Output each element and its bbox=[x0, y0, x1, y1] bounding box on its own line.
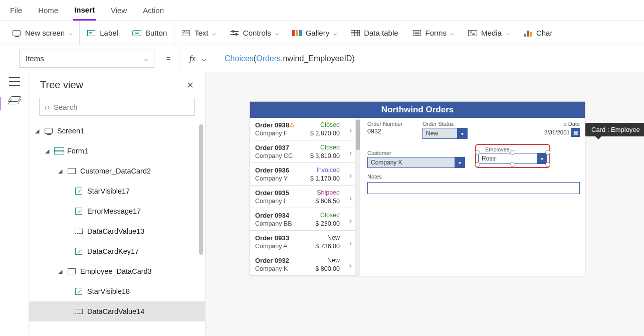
order-status: Closed bbox=[320, 121, 340, 128]
resize-handle[interactable] bbox=[475, 150, 480, 155]
property-dropdown[interactable]: Items ⌵ bbox=[19, 50, 154, 68]
order-row[interactable]: Order 0935Company IShipped$ 606.50› bbox=[250, 186, 355, 208]
chevron-down-icon: ▾ bbox=[455, 157, 465, 167]
tree-node-employee-card[interactable]: ◢ Employee_DataCard3 bbox=[29, 261, 205, 281]
menu-home[interactable]: Home bbox=[37, 1, 59, 20]
insert-media-label: Media bbox=[481, 29, 502, 37]
order-row[interactable]: Order 0933Company ANew$ 736.00› bbox=[250, 231, 355, 253]
chevron-down-icon: ⌵ bbox=[69, 30, 72, 37]
notes-input[interactable] bbox=[367, 182, 580, 194]
app-preview: Northwind Orders Order 0938⚠Company FClo… bbox=[250, 101, 585, 276]
paid-date-label: id Date bbox=[544, 121, 580, 127]
order-number-label: Order Number bbox=[367, 121, 412, 127]
resize-handle[interactable] bbox=[510, 162, 515, 167]
insert-media-button[interactable]: Media ⌵ bbox=[461, 21, 516, 45]
menu-bar: File Home Insert View Action bbox=[0, 0, 644, 21]
resize-handle[interactable] bbox=[510, 150, 515, 155]
tree-view-icon[interactable] bbox=[10, 96, 20, 104]
tree-node-customer-card[interactable]: ◢ Customer_DataCard2 bbox=[29, 161, 205, 181]
order-status-dropdown[interactable]: New ▾ bbox=[422, 128, 468, 139]
insert-gallery-button[interactable]: Gallery ⌵ bbox=[286, 21, 344, 45]
tree-node-datacardvalue14[interactable]: DataCardValue14 bbox=[29, 301, 205, 321]
caret-icon: ◢ bbox=[58, 168, 63, 175]
hamburger-icon[interactable] bbox=[9, 77, 20, 86]
paid-date-input[interactable]: 2/31/2001 ▦ bbox=[544, 128, 580, 137]
left-rail bbox=[0, 72, 29, 336]
form-icon bbox=[54, 147, 63, 154]
order-status-label: Order Status bbox=[422, 121, 468, 127]
insert-label-button[interactable]: Label bbox=[80, 21, 125, 45]
insert-datatable-label: Data table bbox=[364, 29, 398, 37]
chevron-right-icon: › bbox=[349, 126, 352, 135]
tree-node-starvisible18[interactable]: StarVisible18 bbox=[29, 281, 205, 301]
new-screen-button[interactable]: New screen ⌵ bbox=[5, 21, 79, 45]
order-row[interactable]: Order 0934Company BBClosed$ 230.00› bbox=[250, 208, 355, 231]
tree-search-input[interactable] bbox=[54, 103, 189, 111]
customer-label: Customer bbox=[367, 150, 465, 156]
tree-node-datacardvalue13[interactable]: DataCardValue13 bbox=[29, 221, 205, 241]
customer-dropdown[interactable]: Company K ▾ bbox=[367, 157, 465, 168]
order-price: $ 1,170.00 bbox=[310, 175, 340, 182]
tree-node-label: StarVisible17 bbox=[87, 187, 130, 195]
order-price: $ 2,870.00 bbox=[310, 130, 340, 137]
employee-value: Rossi bbox=[479, 153, 537, 163]
chevron-down-icon: ⌵ bbox=[275, 30, 279, 37]
tree-search[interactable]: ⌕ bbox=[39, 98, 195, 116]
close-icon[interactable]: ✕ bbox=[186, 80, 194, 91]
chevron-right-icon: › bbox=[349, 261, 352, 270]
dropdown-icon bbox=[74, 228, 83, 235]
insert-label-text: Label bbox=[100, 29, 118, 37]
tree-view-panel: Tree view ✕ ⌕ ◢ Screen1 ◢ Form1 ◢ Custom… bbox=[29, 72, 205, 336]
tree-node-form1[interactable]: ◢ Form1 bbox=[29, 141, 205, 161]
formula-input[interactable]: Choices(Orders.nwind_EmployeeID) bbox=[219, 54, 355, 63]
canvas[interactable]: Northwind Orders Order 0938⚠Company FClo… bbox=[205, 72, 644, 336]
screen-icon bbox=[12, 29, 21, 38]
customer-value: Company K bbox=[368, 157, 455, 167]
order-row[interactable]: Order 0938⚠Company FClosed$ 2,870.00› bbox=[250, 118, 355, 140]
chevron-right-icon: › bbox=[349, 171, 352, 180]
app-title: Northwind Orders bbox=[250, 102, 585, 118]
active-rail-indicator bbox=[0, 97, 1, 110]
order-number-value: 0932 bbox=[367, 128, 412, 135]
fx-button[interactable]: fx ⌵ bbox=[179, 45, 213, 72]
resize-handle[interactable] bbox=[475, 162, 480, 167]
search-icon: ⌕ bbox=[45, 102, 50, 111]
order-row[interactable]: Order 0937Company CCClosed$ 3,810.00› bbox=[250, 140, 355, 163]
insert-text-button[interactable]: Text ⌵ bbox=[174, 21, 223, 45]
resize-handle[interactable] bbox=[545, 150, 550, 155]
insert-chart-button[interactable]: Char bbox=[516, 21, 560, 45]
caret-icon: ◢ bbox=[58, 268, 63, 275]
table-icon bbox=[351, 29, 360, 38]
tree-scrollbar[interactable] bbox=[199, 124, 203, 255]
insert-button-button[interactable]: Button bbox=[125, 21, 174, 45]
chevron-down-icon: ▾ bbox=[537, 153, 547, 163]
tree-node-starvisible17[interactable]: StarVisible17 bbox=[29, 181, 205, 201]
formula-object: Orders bbox=[256, 54, 281, 63]
order-status: New bbox=[327, 234, 340, 241]
employee-label: Employee bbox=[485, 146, 510, 152]
insert-forms-button[interactable]: Forms ⌵ bbox=[405, 21, 462, 45]
menu-file[interactable]: File bbox=[9, 1, 23, 20]
tree: ◢ Screen1 ◢ Form1 ◢ Customer_DataCard2 S… bbox=[29, 121, 205, 336]
caret-icon: ◢ bbox=[35, 128, 40, 134]
tree-node-errormessage17[interactable]: ErrorMessage17 bbox=[29, 201, 205, 221]
chevron-down-icon: ⌵ bbox=[212, 30, 216, 37]
order-row[interactable]: Order 0932Company KNew$ 800.00› bbox=[250, 253, 355, 276]
resize-handle[interactable] bbox=[545, 162, 550, 167]
tree-node-label: Customer_DataCard2 bbox=[80, 167, 151, 175]
order-row[interactable]: Order 0936Company YInvoiced$ 1,170.00› bbox=[250, 163, 355, 186]
control-icon bbox=[74, 288, 83, 295]
tree-node-label: DataCardKey17 bbox=[87, 247, 139, 255]
tree-node-label: Screen1 bbox=[57, 127, 84, 135]
tree-node-screen1[interactable]: ◢ Screen1 bbox=[29, 121, 205, 141]
menu-action[interactable]: Action bbox=[142, 1, 165, 20]
menu-insert[interactable]: Insert bbox=[73, 1, 96, 21]
tree-node-datacardkey17[interactable]: DataCardKey17 bbox=[29, 241, 205, 261]
insert-datatable-button[interactable]: Data table bbox=[344, 21, 405, 45]
menu-view[interactable]: View bbox=[110, 1, 128, 20]
order-list[interactable]: Order 0938⚠Company FClosed$ 2,870.00›Ord… bbox=[250, 118, 355, 276]
list-scrollbar[interactable] bbox=[355, 118, 360, 276]
media-icon bbox=[468, 29, 477, 38]
insert-controls-button[interactable]: Controls ⌵ bbox=[223, 21, 286, 45]
employee-card-selected[interactable]: Card : Employee Employee Rossi ▾ bbox=[475, 144, 550, 168]
